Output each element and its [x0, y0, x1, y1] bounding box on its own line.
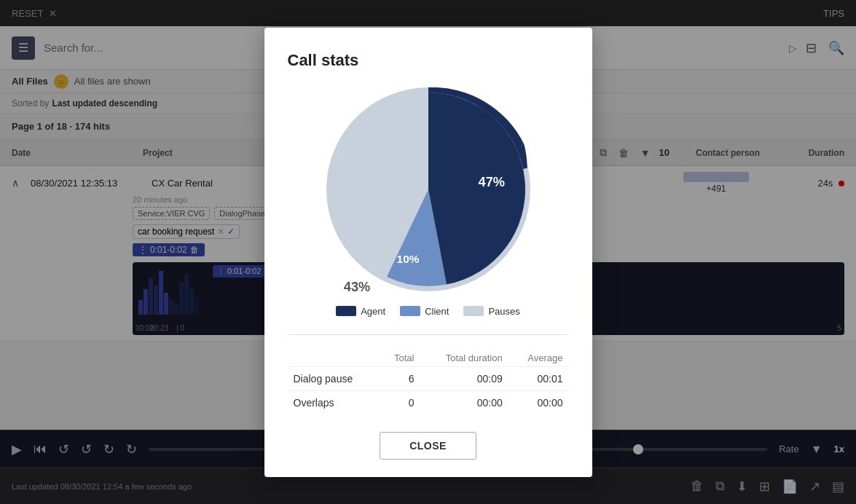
pauses-color: [463, 306, 484, 316]
row-name-1: Dialog pause: [288, 366, 380, 390]
agent-color: [336, 306, 356, 316]
row-name-2: Overlaps: [288, 390, 380, 414]
row-total-1: 6: [379, 366, 420, 390]
close-button[interactable]: CLOSE: [380, 432, 476, 460]
col-header-total: Total: [379, 350, 420, 367]
table-row: Dialog pause 6 00:09 00:01: [288, 366, 569, 390]
pie-chart: 47% 10% 43%: [326, 87, 530, 291]
client-label: 10%: [396, 252, 419, 264]
col-header-name: [288, 350, 380, 367]
table-row: Overlaps 0 00:00 00:00: [288, 390, 569, 414]
pauses-label-text: Pauses: [488, 306, 519, 317]
col-header-average: Average: [509, 350, 569, 367]
call-stats-modal: Call stats: [264, 28, 592, 477]
row-total-2: 0: [379, 390, 420, 414]
legend: Agent Client Pauses: [288, 306, 569, 317]
client-color: [400, 306, 420, 316]
row-average-2: 00:00: [509, 390, 569, 414]
legend-client: Client: [400, 306, 449, 317]
row-duration-1: 00:09: [420, 366, 509, 390]
col-header-total-duration: Total duration: [420, 350, 509, 367]
modal-footer: CLOSE: [288, 432, 569, 460]
pauses-label: 43%: [343, 280, 369, 291]
agent-label: 47%: [478, 174, 504, 189]
modal-overlay: Call stats: [0, 0, 856, 504]
row-duration-2: 00:00: [420, 390, 509, 414]
agent-label-text: Agent: [361, 306, 385, 317]
client-label-text: Client: [425, 306, 449, 317]
divider: [288, 334, 569, 335]
row-average-1: 00:01: [509, 366, 569, 390]
legend-agent: Agent: [336, 306, 385, 317]
pie-chart-container: 47% 10% 43%: [288, 87, 569, 291]
stats-table: Total Total duration Average Dialog paus…: [288, 350, 569, 414]
modal-title: Call stats: [288, 51, 569, 70]
legend-pauses: Pauses: [463, 306, 519, 317]
